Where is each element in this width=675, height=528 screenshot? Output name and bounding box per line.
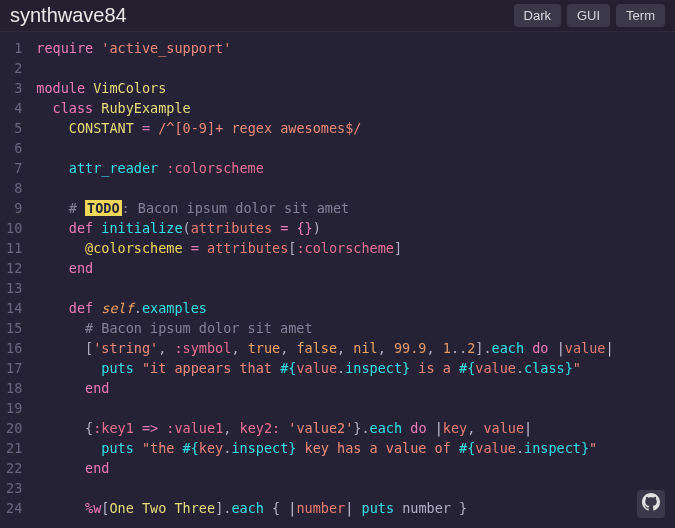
code-line: end <box>36 378 671 398</box>
code-line: module VimColors <box>36 78 671 98</box>
line-number: 8 <box>6 178 22 198</box>
dark-button[interactable]: Dark <box>514 4 561 27</box>
line-number: 18 <box>6 378 22 398</box>
line-number: 21 <box>6 438 22 458</box>
code-line: require 'active_support' <box>36 38 671 58</box>
line-number: 12 <box>6 258 22 278</box>
code-line: end <box>36 458 671 478</box>
line-number: 15 <box>6 318 22 338</box>
line-number: 14 <box>6 298 22 318</box>
code-line: # TODO: Bacon ipsum dolor sit amet <box>36 198 671 218</box>
code-line: %w[One Two Three].each { |number| puts n… <box>36 498 671 518</box>
line-number: 4 <box>6 98 22 118</box>
line-number: 7 <box>6 158 22 178</box>
line-number: 9 <box>6 198 22 218</box>
line-number: 17 <box>6 358 22 378</box>
code-line: {:key1 => :value1, key2: 'value2'}.each … <box>36 418 671 438</box>
line-number: 24 <box>6 498 22 518</box>
code-area: 123456789101112131415161718192021222324 … <box>0 32 675 524</box>
github-link[interactable] <box>637 490 665 518</box>
code-line <box>36 138 671 158</box>
code-line <box>36 278 671 298</box>
code-line <box>36 478 671 498</box>
code-line: end <box>36 258 671 278</box>
github-icon <box>642 493 660 515</box>
line-number: 20 <box>6 418 22 438</box>
code-line: CONSTANT = /^[0-9]+ regex awesomes$/ <box>36 118 671 138</box>
line-number: 6 <box>6 138 22 158</box>
line-number: 13 <box>6 278 22 298</box>
line-number: 16 <box>6 338 22 358</box>
line-number: 1 <box>6 38 22 58</box>
code-line: puts "it appears that #{value.inspect} i… <box>36 358 671 378</box>
line-number: 11 <box>6 238 22 258</box>
code-line: ['string', :symbol, true, false, nil, 99… <box>36 338 671 358</box>
code-line <box>36 58 671 78</box>
term-button[interactable]: Term <box>616 4 665 27</box>
code-line: attr_reader :colorscheme <box>36 158 671 178</box>
mode-buttons: Dark GUI Term <box>514 4 665 27</box>
code-content: require 'active_support'module VimColors… <box>32 32 675 524</box>
line-number: 23 <box>6 478 22 498</box>
code-line <box>36 178 671 198</box>
code-line: def initialize(attributes = {}) <box>36 218 671 238</box>
code-line: def self.examples <box>36 298 671 318</box>
line-number: 5 <box>6 118 22 138</box>
line-number: 2 <box>6 58 22 78</box>
header-bar: synthwave84 Dark GUI Term <box>0 0 675 32</box>
gui-button[interactable]: GUI <box>567 4 610 27</box>
line-number-gutter: 123456789101112131415161718192021222324 <box>0 32 32 524</box>
code-line: class RubyExample <box>36 98 671 118</box>
scheme-title: synthwave84 <box>10 4 127 27</box>
code-line: @colorscheme = attributes[:colorscheme] <box>36 238 671 258</box>
code-line: # Bacon ipsum dolor sit amet <box>36 318 671 338</box>
line-number: 22 <box>6 458 22 478</box>
line-number: 10 <box>6 218 22 238</box>
line-number: 3 <box>6 78 22 98</box>
code-line <box>36 398 671 418</box>
code-line: puts "the #{key.inspect} key has a value… <box>36 438 671 458</box>
line-number: 19 <box>6 398 22 418</box>
